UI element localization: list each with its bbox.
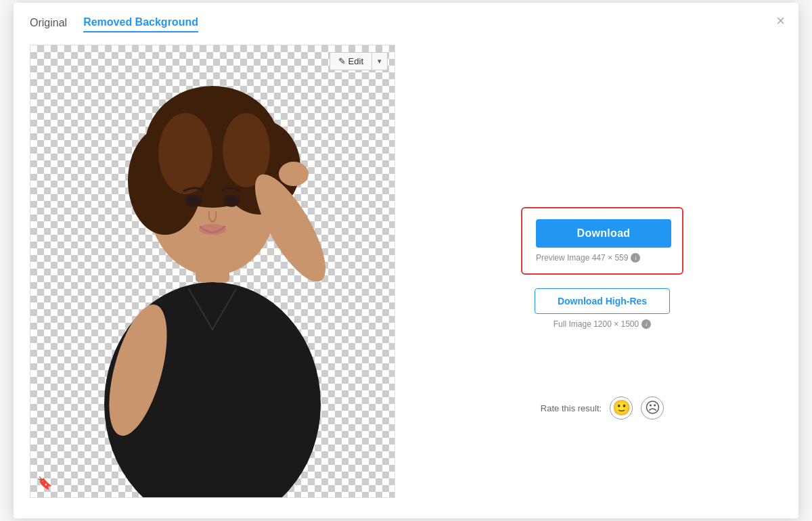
edit-button-group: ✎ Edit ▾ bbox=[330, 52, 388, 70]
preview-info-icon[interactable]: i bbox=[631, 253, 640, 263]
image-panel: ✎ Edit ▾ 🔖 bbox=[30, 45, 395, 498]
download-highres-button[interactable]: Download High-Res bbox=[535, 288, 670, 314]
full-image-label: Full Image 1200 × 1500 i bbox=[554, 319, 651, 329]
rate-bad-button[interactable]: ☹ bbox=[641, 397, 664, 420]
edit-dropdown-arrow[interactable]: ▾ bbox=[372, 53, 387, 70]
svg-point-12 bbox=[199, 224, 226, 235]
preview-image-label: Preview Image 447 × 559 i bbox=[536, 253, 669, 263]
image-container: ✎ Edit ▾ 🔖 bbox=[30, 45, 395, 498]
rate-label: Rate this result: bbox=[541, 403, 602, 413]
tab-bar: Original Removed Background bbox=[30, 16, 782, 32]
person-image bbox=[84, 45, 341, 498]
right-panel: Download Preview Image 447 × 559 i Downl… bbox=[422, 45, 782, 420]
tab-original[interactable]: Original bbox=[30, 16, 67, 32]
edit-button[interactable]: ✎ Edit bbox=[330, 53, 372, 70]
content-area: ✎ Edit ▾ 🔖 Download Preview Image 447 × … bbox=[30, 45, 782, 498]
close-button[interactable]: × bbox=[776, 14, 785, 28]
tab-removed-background[interactable]: Removed Background bbox=[83, 16, 198, 32]
svg-point-10 bbox=[185, 195, 202, 207]
bookmark-icon: 🔖 bbox=[37, 476, 52, 491]
svg-point-13 bbox=[279, 162, 309, 186]
rate-good-button[interactable]: 🙂 bbox=[610, 397, 633, 420]
rate-section: Rate this result: 🙂 ☹ bbox=[541, 397, 664, 420]
full-image-info-icon[interactable]: i bbox=[641, 319, 651, 329]
download-button[interactable]: Download bbox=[536, 219, 671, 248]
svg-point-11 bbox=[223, 195, 240, 207]
svg-point-6 bbox=[158, 113, 212, 194]
modal-container: × Original Removed Background bbox=[14, 3, 798, 518]
download-highlight-box: Download Preview Image 447 × 559 i bbox=[521, 207, 683, 275]
